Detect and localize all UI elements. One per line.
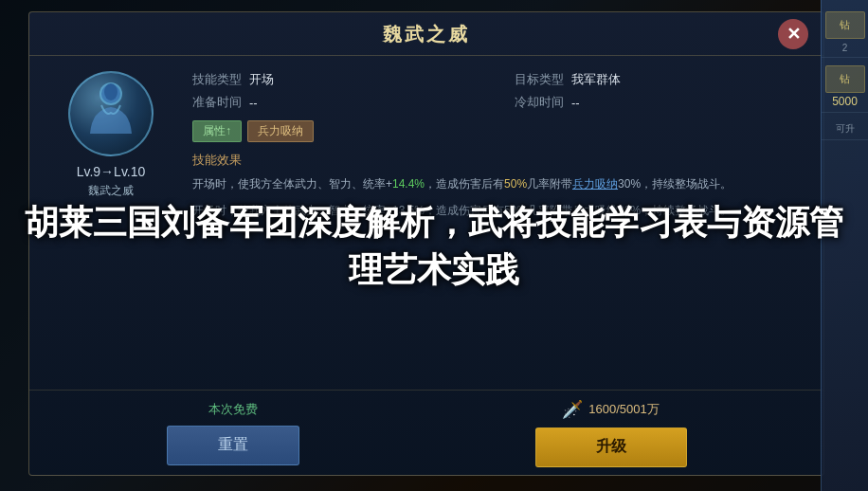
highlight-percent: 14.4% [392, 177, 425, 191]
highlight-prob: 50% [504, 177, 527, 191]
cost-value: 1600/5001万 [588, 401, 659, 418]
strip-label-1: 2 [842, 43, 848, 53]
headline-line2: 理艺术实践 [19, 246, 849, 294]
attr-tag: 属性↑ [192, 120, 242, 142]
skill-type-value: 开场 [249, 71, 274, 88]
cooldown-label: 冷却时间 [515, 94, 564, 111]
effect-label: 技能效果 [192, 152, 808, 169]
avatar [68, 71, 154, 156]
footer-right: 🗡️ 1600/5001万 升级 [535, 399, 687, 467]
svg-point-2 [104, 83, 118, 100]
skill-name-label: 魏武之威 [88, 183, 134, 199]
close-button[interactable]: ✕ [778, 19, 808, 49]
headline-overlay: 胡莱三国刘备军团深度解析，武将技能学习表与资源管 理艺术实践 [0, 199, 868, 295]
coin-icon: 🗡️ [562, 399, 583, 420]
tag-row: 属性↑ 兵力吸纳 [192, 120, 808, 142]
modal-footer: 本次免费 重置 🗡️ 1600/5001万 升级 [29, 390, 823, 475]
prep-time-label: 准备时间 [192, 94, 242, 111]
strip-section-2: 钻 5000 [822, 62, 868, 113]
skill-desc-1: 开场时，使我方全体武力、智力、统率+14.4%，造成伤害后有50%几率附带兵力吸… [192, 174, 808, 193]
strip-value-2: 5000 [832, 95, 858, 108]
modal-title: 魏武之威 [383, 24, 470, 45]
modal-titlebar: 魏武之威 ✕ [29, 12, 823, 56]
strip-section-3: 可升 [822, 117, 868, 140]
strip-btn-1[interactable]: 钻 [825, 11, 865, 39]
target-type-row: 目标类型 我军群体 [515, 71, 808, 88]
avatar-level: Lv.9→Lv.10 [77, 164, 146, 179]
strip-label-3: 可升 [836, 122, 855, 136]
cooldown-row: 冷却时间 -- [515, 94, 808, 111]
footer-left: 本次免费 重置 [167, 401, 299, 465]
free-label: 本次免费 [208, 401, 258, 418]
reset-button[interactable]: 重置 [167, 426, 299, 465]
target-type-value: 我军群体 [571, 71, 621, 88]
prep-time-row: 准备时间 -- [192, 94, 486, 111]
link-absorb[interactable]: 兵力吸纳 [572, 177, 618, 191]
strip-section-1: 钻 2 [822, 8, 868, 58]
info-grid: 技能类型 开场 目标类型 我军群体 准备时间 -- 冷却时间 -- [192, 71, 808, 111]
prep-time-value: -- [249, 96, 258, 110]
skill-type-row: 技能类型 开场 [192, 71, 486, 88]
cooldown-value: -- [571, 96, 580, 110]
avatar-icon [82, 77, 139, 152]
cost-row: 🗡️ 1600/5001万 [562, 399, 659, 420]
strip-btn-2[interactable]: 钻 [825, 65, 865, 93]
skill-type-label: 技能类型 [192, 71, 242, 88]
target-type-label: 目标类型 [515, 71, 564, 88]
absorb-tag: 兵力吸纳 [247, 120, 314, 142]
headline-line1: 胡莱三国刘备军团深度解析，武将技能学习表与资源管 [19, 199, 849, 246]
upgrade-button[interactable]: 升级 [535, 427, 687, 467]
